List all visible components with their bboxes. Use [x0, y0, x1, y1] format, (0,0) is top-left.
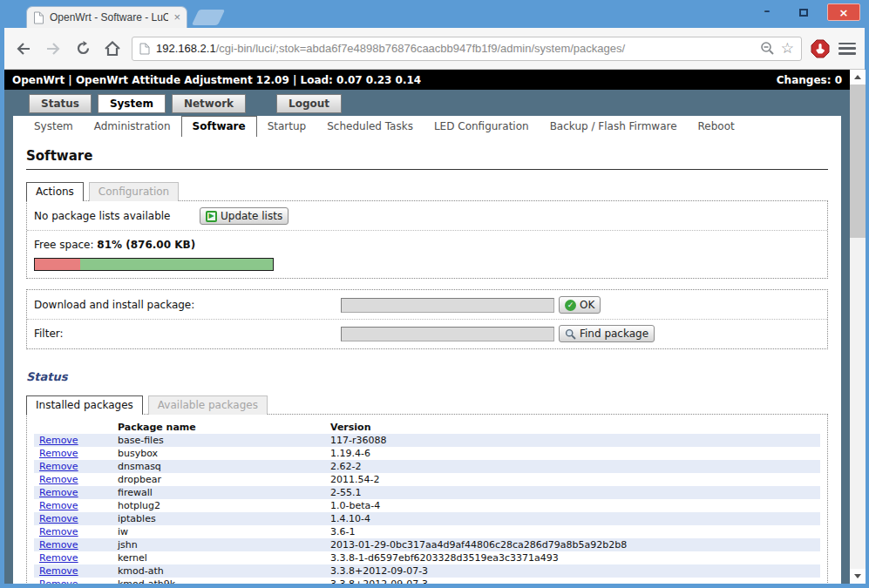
tab-title: OpenWrt - Software - LuC — [50, 11, 168, 24]
remove-link[interactable]: Remove — [39, 552, 78, 564]
package-lists-fieldset: No package lists available ▶ Update list… — [26, 200, 828, 279]
package-name: kernel — [112, 551, 327, 564]
table-row: Remove hotplug2 1.0-beta-4 — [34, 499, 820, 512]
name-column-header: Package name — [112, 421, 327, 434]
scroll-up-button[interactable] — [850, 70, 866, 84]
home-icon — [105, 41, 120, 56]
main-nav-tab[interactable]: System — [98, 94, 166, 113]
remove-link[interactable]: Remove — [39, 513, 78, 524]
main-nav: Status System Network Logout — [29, 94, 348, 113]
package-version: 3.3.8+2012-09-07-3 — [327, 578, 820, 584]
close-button[interactable]: × — [827, 3, 860, 21]
table-row: Remove iptables 1.4.10-4 — [34, 512, 820, 525]
sub-nav-tab[interactable]: Reboot — [688, 116, 745, 137]
package-name: firewall — [112, 486, 327, 499]
forward-button[interactable] — [43, 38, 64, 59]
filter-label: Filter: — [34, 328, 341, 340]
install-package-input[interactable] — [341, 298, 554, 313]
address-bar[interactable]: 192.168.2.1/cgi-bin/luci/;stok=abda6f7e4… — [132, 37, 802, 61]
sub-nav-tab[interactable]: LED Configuration — [424, 116, 540, 137]
package-name: dnsmasq — [112, 460, 327, 473]
remove-link[interactable]: Remove — [39, 500, 78, 511]
ok-check-icon: ✓ — [565, 300, 576, 311]
remove-link[interactable]: Remove — [39, 461, 78, 472]
package-name: base-files — [112, 434, 327, 447]
browser-tab[interactable]: OpenWrt - Software - LuC × — [26, 6, 187, 28]
back-arrow-icon — [16, 42, 31, 56]
scroll-down-button[interactable] — [850, 569, 866, 584]
reload-icon — [76, 41, 91, 56]
sub-nav-tab[interactable]: Backup / Flash Firmware — [540, 116, 688, 137]
update-lists-button[interactable]: ▶ Update lists — [200, 207, 289, 225]
maximize-button[interactable] — [791, 3, 817, 21]
minimize-button[interactable]: – — [754, 3, 780, 21]
package-version: 2-55.1 — [327, 486, 820, 499]
home-button[interactable] — [102, 38, 123, 59]
scrollbar-thumb[interactable] — [850, 84, 866, 238]
remove-link[interactable]: Remove — [39, 526, 78, 537]
package-name: dropbear — [112, 473, 327, 486]
remove-link[interactable]: Remove — [39, 448, 78, 459]
used-space-segment — [35, 259, 80, 270]
sub-nav-tab[interactable]: System — [24, 116, 84, 137]
page-title: Software — [26, 148, 828, 170]
actions-tabs: Actions Configuration — [26, 182, 828, 200]
forward-arrow-icon — [45, 42, 61, 56]
changes-indicator[interactable]: Changes: 0 — [777, 74, 842, 86]
vertical-scrollbar[interactable] — [850, 70, 866, 584]
ok-button[interactable]: ✓ OK — [559, 296, 601, 314]
remove-link[interactable]: Remove — [39, 487, 78, 498]
package-tabs: Installed packages Available packages — [26, 395, 828, 414]
actions-tab[interactable]: Actions — [26, 182, 84, 201]
main-nav-tab[interactable]: Network — [172, 94, 246, 113]
tab-close-icon[interactable]: × — [173, 13, 180, 22]
menu-icon[interactable] — [838, 43, 856, 55]
free-space-value: 81% (876.00 KB) — [97, 239, 195, 251]
find-package-button[interactable]: Find package — [559, 325, 655, 342]
sub-nav-tab[interactable]: Scheduled Tasks — [316, 116, 424, 137]
install-filter-fieldset: Download and install package: ✓ OK Filte… — [26, 289, 828, 349]
page-background: OpenWrt | OpenWrt Attitude Adjustment 12… — [4, 70, 850, 584]
free-space-label: Free space: — [34, 239, 94, 251]
package-tab[interactable]: Available packages — [148, 395, 268, 415]
reload-button[interactable] — [72, 38, 93, 59]
package-version: 1.4.10-4 — [327, 512, 820, 525]
main-nav-tab[interactable]: Logout — [276, 94, 342, 113]
remove-link[interactable]: Remove — [39, 578, 78, 584]
sub-nav-tab[interactable]: Startup — [257, 116, 317, 137]
package-name: iw — [112, 525, 327, 538]
action-column-header — [34, 421, 112, 434]
package-version: 2011.54-2 — [327, 473, 820, 486]
adblock-extension-icon[interactable] — [811, 39, 830, 58]
remove-link[interactable]: Remove — [39, 435, 78, 446]
filter-input[interactable] — [341, 327, 554, 341]
package-version: 1.0-beta-4 — [327, 499, 820, 512]
window-controls: – × — [754, 3, 860, 21]
divider — [27, 230, 827, 231]
find-magnifier-icon — [565, 328, 576, 340]
remove-link[interactable]: Remove — [39, 474, 78, 485]
back-button[interactable] — [13, 38, 34, 59]
version-column-header: Version — [327, 421, 820, 434]
tab-strip: OpenWrt - Software - LuC × – × — [0, 0, 869, 28]
sub-nav-tab[interactable]: Software — [181, 116, 257, 137]
bookmark-star-icon[interactable]: ☆ — [781, 42, 794, 56]
free-space-row: Free space: 81% (876.00 KB) — [34, 234, 820, 255]
table-row: Remove base-files 117-r36088 — [34, 434, 820, 447]
remove-link[interactable]: Remove — [39, 539, 78, 551]
zoom-out-icon[interactable] — [760, 41, 775, 56]
main-nav-tab[interactable]: Status — [29, 94, 92, 113]
package-tab[interactable]: Installed packages — [26, 395, 143, 415]
table-row: Remove kernel 3.3.8-1-d6597ebf6203328d35… — [34, 551, 820, 564]
main-content: System Administration Software Startup S… — [13, 116, 841, 584]
page-icon — [139, 43, 150, 55]
new-tab-button[interactable] — [192, 10, 225, 25]
actions-tab[interactable]: Configuration — [89, 182, 179, 201]
sub-nav-tab[interactable]: Administration — [84, 116, 181, 137]
url-text: 192.168.2.1/cgi-bin/luci/;stok=abda6f7e4… — [156, 42, 754, 55]
remove-link[interactable]: Remove — [39, 565, 78, 577]
table-row: Remove kmod-ath 3.3.8+2012-09-07-3 — [34, 564, 820, 578]
free-space-bar — [34, 258, 274, 271]
installed-packages-fieldset: Package name Version Remove base-files 1… — [26, 414, 828, 584]
maximize-icon — [799, 9, 808, 17]
